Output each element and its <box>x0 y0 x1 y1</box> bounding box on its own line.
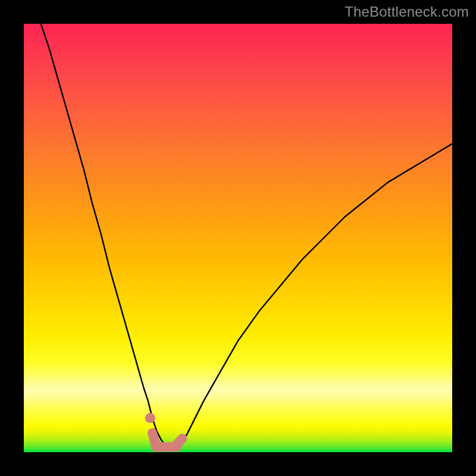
highlight-dot <box>145 413 155 423</box>
chart-frame: TheBottleneck.com <box>0 0 476 476</box>
plot-overlay <box>24 24 452 452</box>
highlight-markers <box>145 413 183 447</box>
highlight-segment <box>177 439 182 444</box>
bottleneck-curve <box>41 24 452 447</box>
attribution-label: TheBottleneck.com <box>345 4 469 20</box>
